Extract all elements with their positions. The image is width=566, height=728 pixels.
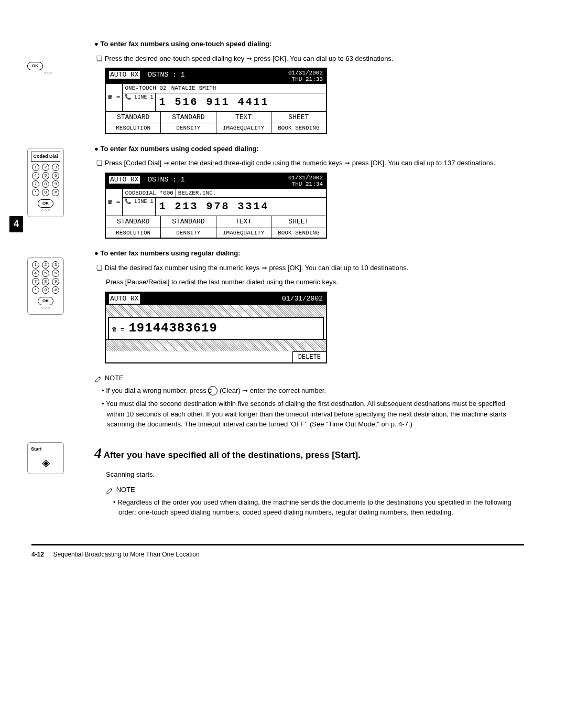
step-number: 4 [94,445,102,461]
note-heading-1: NOTE [94,373,524,383]
section-coded: Coded Dial 123456789*0# OK ○ ○ ○ To ente… [94,144,524,239]
start-key-icon: Start ◈ [27,442,64,475]
note-heading-2: NOTE [106,485,524,495]
note-item: You must dial the second destination wit… [102,399,524,430]
chapter-number-tab: 4 [9,216,23,232]
numeric-keypad-icon: 123456789*0# OK ○ ○ ○ [27,258,64,315]
phone-icon: ☎ = [106,189,123,216]
note-item: If you dial a wrong number, press C (Cle… [102,386,524,396]
section-regular: 123456789*0# OK ○ ○ ○ To enter fax numbe… [94,248,524,363]
lcd-display-2: AUTO RX DSTNS : 1 01/31/2002THU 21:34 ☎ … [105,173,327,239]
note-list-2: Regardless of the order you used when di… [113,497,524,518]
pencil-icon [94,374,103,383]
phone-icon: ☎ = [106,84,123,111]
heading-regular: To enter fax numbers using regular diali… [94,248,524,259]
note-item: Regardless of the order you used when di… [113,497,524,518]
lcd-display-3: AUTO RX01/31/2002 ☎ =19144383619 DELETE [105,292,327,364]
instruction-one-touch: Press the desired one-touch speed dialin… [106,53,524,64]
page-footer: 4-12 Sequential Broadcasting to More Tha… [31,544,524,559]
start-diamond-icon: ◈ [31,455,60,470]
ok-key-icon: OK [27,62,43,70]
section-one-touch: OK ○ ○ ○ To enter fax numbers using one-… [94,39,524,134]
footer-title: Sequential Broadcasting to More Than One… [53,551,199,558]
heading-one-touch: To enter fax numbers using one-touch spe… [94,39,524,49]
instruction-coded: Press [Coded Dial] ➞ enter the desired t… [106,158,524,168]
pencil-icon [106,486,114,495]
page-number: 4-12 [31,551,44,558]
coded-dial-keypad-icon: Coded Dial 123456789*0# OK ○ ○ ○ [27,148,64,217]
step-body: Scanning starts. [106,469,524,480]
heading-coded: To enter fax numbers using coded speed d… [94,144,524,154]
step-heading: After you have specified all of the dest… [104,450,361,460]
note-list-1: If you dial a wrong number, press C (Cle… [102,386,524,430]
lcd-display-1: AUTO RX DSTNS : 1 01/31/2002THU 21:33 ☎ … [105,68,327,134]
instruction-regular: Dial the desired fax number using the nu… [106,263,524,273]
step-4: Start ◈ 4 After you have specified all o… [94,442,524,518]
clear-key-icon: C [208,386,217,395]
instruction-redial: Press [Pause/Redial] to redial the last … [106,277,524,287]
